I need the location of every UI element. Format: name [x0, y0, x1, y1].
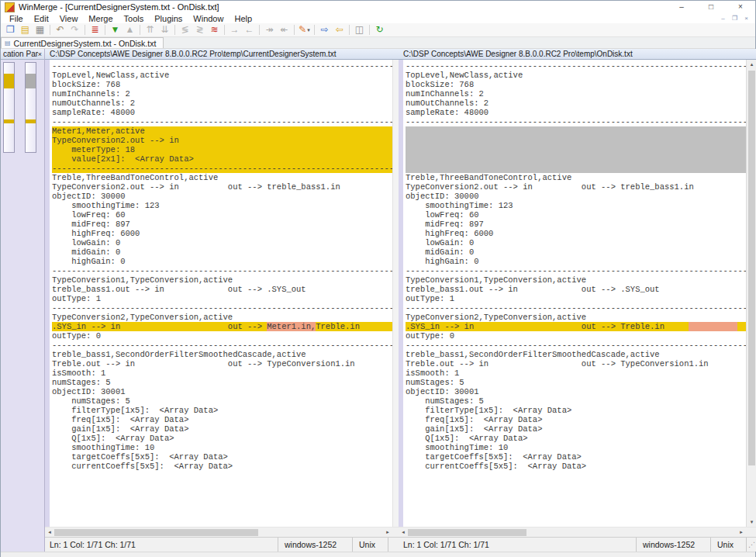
- close-button[interactable]: ×: [726, 1, 755, 13]
- code-line[interactable]: ----------------------------------------…: [406, 117, 746, 126]
- rescan-icon[interactable]: ≣: [88, 23, 102, 36]
- code-line[interactable]: gain[1x5]: <Array Data>: [52, 424, 392, 434]
- left-file-location-bar[interactable]: [3, 62, 15, 153]
- menu-edit[interactable]: Edit: [29, 14, 54, 23]
- code-line[interactable]: sampleRate: 48000: [406, 108, 746, 117]
- code-line[interactable]: [406, 154, 746, 164]
- left-file-path-header[interactable]: C:\DSP Concepts\AWE Designer 8.B.0.0.RC2…: [45, 49, 399, 60]
- code-line[interactable]: Treble.out --> in out --> TypeConversion…: [406, 359, 746, 368]
- open-icon[interactable]: ▤: [18, 23, 33, 36]
- scroll-up-arrow[interactable]: ▴: [751, 60, 754, 69]
- left-vertical-scrollbar[interactable]: [392, 60, 399, 527]
- code-line[interactable]: ----------------------------------------…: [52, 303, 392, 313]
- code-line[interactable]: midGain: 0: [52, 247, 392, 257]
- merge-mode-icon[interactable]: ✎▾: [297, 23, 312, 36]
- code-line[interactable]: treble_bass1.out --> in out --> .SYS_out: [52, 285, 392, 294]
- tab-comparison[interactable]: ▤ CurrentDesignerSystem.txt - OnDisk.txt: [1, 37, 164, 48]
- code-line[interactable]: TypeConversion2.out --> in out --> trebl…: [406, 182, 746, 192]
- code-line[interactable]: targetCoeffs[5x5]: <Array Data>: [406, 452, 746, 462]
- code-line[interactable]: lowFreq: 60: [52, 210, 392, 220]
- menu-view[interactable]: View: [54, 14, 84, 23]
- code-line[interactable]: blockSize: 768: [406, 80, 746, 89]
- vscroll-thumb[interactable]: [748, 71, 755, 465]
- code-line[interactable]: [406, 164, 746, 173]
- code-line[interactable]: numInChannels: 2: [52, 89, 392, 99]
- dropdown-caret-icon[interactable]: ▾: [307, 23, 310, 36]
- code-line[interactable]: numOutChannels: 2: [406, 99, 746, 108]
- code-line[interactable]: numInChannels: 2: [406, 89, 746, 99]
- copy-all-left-icon[interactable]: ⇦: [332, 23, 347, 36]
- scroll-right-arrow[interactable]: ▸: [737, 529, 746, 535]
- scroll-down-arrow[interactable]: ▾: [751, 517, 754, 527]
- redo-icon[interactable]: ↷: [67, 23, 82, 36]
- menu-window[interactable]: Window: [188, 14, 229, 23]
- code-line[interactable]: .SYS_in --> in out --> Treble.in: [406, 322, 746, 331]
- code-line[interactable]: ----------------------------------------…: [406, 341, 746, 350]
- copy-left-advance-icon[interactable]: ↞: [277, 23, 292, 36]
- code-line[interactable]: highGain: 0: [52, 257, 392, 266]
- code-line[interactable]: midFreq: 897: [406, 220, 746, 229]
- code-line[interactable]: outType: 0: [406, 331, 746, 341]
- code-line[interactable]: objectID: 30001: [406, 387, 746, 396]
- code-line[interactable]: TypeConversion2,TypeConversion,active: [406, 313, 746, 322]
- code-line[interactable]: highFreq: 6000: [52, 229, 392, 238]
- code-line[interactable]: currentCoeffs[5x5]: <Array Data>: [52, 462, 392, 471]
- menu-tools[interactable]: Tools: [119, 14, 150, 23]
- code-line[interactable]: highFreq: 6000: [406, 229, 746, 238]
- code-line[interactable]: ----------------------------------------…: [52, 117, 392, 126]
- code-line[interactable]: ----------------------------------------…: [406, 303, 746, 313]
- menu-file[interactable]: File: [4, 14, 29, 23]
- last-difference-icon[interactable]: ⇊: [157, 23, 172, 36]
- code-line[interactable]: TypeConversion1,TypeConversion,active: [52, 275, 392, 285]
- code-line[interactable]: smoothingTime: 10: [52, 443, 392, 452]
- mdi-close-button[interactable]: ×: [740, 14, 752, 23]
- menu-help[interactable]: Help: [229, 14, 257, 23]
- right-file-location-bar[interactable]: [25, 62, 36, 153]
- left-horizontal-scrollbar[interactable]: ◂ ▸: [45, 527, 392, 537]
- copy-left-icon[interactable]: ←: [242, 23, 257, 36]
- current-difference-icon[interactable]: ≋: [207, 23, 222, 36]
- code-line[interactable]: outType: 1: [52, 294, 392, 303]
- right-editor[interactable]: ----------------------------------------…: [403, 60, 746, 527]
- code-line[interactable]: currentCoeffs[5x5]: <Array Data>: [406, 462, 746, 471]
- code-line[interactable]: ----------------------------------------…: [52, 61, 392, 71]
- code-line[interactable]: midGain: 0: [406, 247, 746, 257]
- code-line[interactable]: objectID: 30000: [52, 192, 392, 201]
- code-line[interactable]: .SYS_in --> in out --> Meter1.in,Treble.…: [52, 322, 392, 331]
- code-line[interactable]: smoothingTime: 123: [52, 201, 392, 210]
- new-compare-icon[interactable]: ❐: [3, 23, 18, 36]
- code-line[interactable]: Q[1x5]: <Array Data>: [52, 434, 392, 443]
- save-icon[interactable]: ▦: [33, 23, 47, 36]
- copy-right-icon[interactable]: →: [227, 23, 242, 36]
- code-line[interactable]: lowGain: 0: [52, 238, 392, 247]
- code-line[interactable]: numOutChannels: 2: [52, 99, 392, 108]
- next-conflict-icon[interactable]: ≷: [192, 23, 207, 36]
- code-line[interactable]: TypeConversion2.out --> in out --> trebl…: [52, 182, 392, 192]
- next-difference-icon[interactable]: ▼: [108, 23, 123, 36]
- code-line[interactable]: ----------------------------------------…: [406, 61, 746, 71]
- code-line[interactable]: isSmooth: 1: [52, 368, 392, 378]
- code-line[interactable]: outType: 1: [406, 294, 746, 303]
- code-line[interactable]: [406, 126, 746, 136]
- right-hscroll-track[interactable]: [408, 529, 737, 536]
- code-line[interactable]: numStages: 5: [406, 378, 746, 387]
- first-difference-icon[interactable]: ⇈: [143, 23, 157, 36]
- code-line[interactable]: blockSize: 768: [52, 80, 392, 89]
- code-line[interactable]: midFreq: 897: [52, 220, 392, 229]
- code-line[interactable]: smoothingTime: 123: [406, 201, 746, 210]
- code-line[interactable]: freq[1x5]: <Array Data>: [406, 415, 746, 424]
- view-split-icon[interactable]: ◫: [352, 23, 367, 36]
- code-line[interactable]: highGain: 0: [406, 257, 746, 266]
- code-line[interactable]: Treble,ThreeBandToneControl,active: [52, 173, 392, 182]
- vertical-scrollbar[interactable]: ▴ ▾: [746, 60, 756, 527]
- code-line[interactable]: filterType[1x5]: <Array Data>: [52, 406, 392, 415]
- code-line[interactable]: TopLevel,NewClass,active: [406, 71, 746, 80]
- previous-difference-icon[interactable]: ▲: [123, 23, 137, 36]
- code-line[interactable]: gain[1x5]: <Array Data>: [406, 424, 746, 434]
- code-line[interactable]: TypeConversion2.out --> in: [52, 136, 392, 145]
- code-line[interactable]: Meter1,Meter,active: [52, 126, 392, 136]
- code-line[interactable]: objectID: 30000: [406, 192, 746, 201]
- code-line[interactable]: outType: 0: [52, 331, 392, 341]
- maximize-button[interactable]: □: [696, 1, 726, 13]
- resize-grip[interactable]: ⋰: [746, 538, 756, 552]
